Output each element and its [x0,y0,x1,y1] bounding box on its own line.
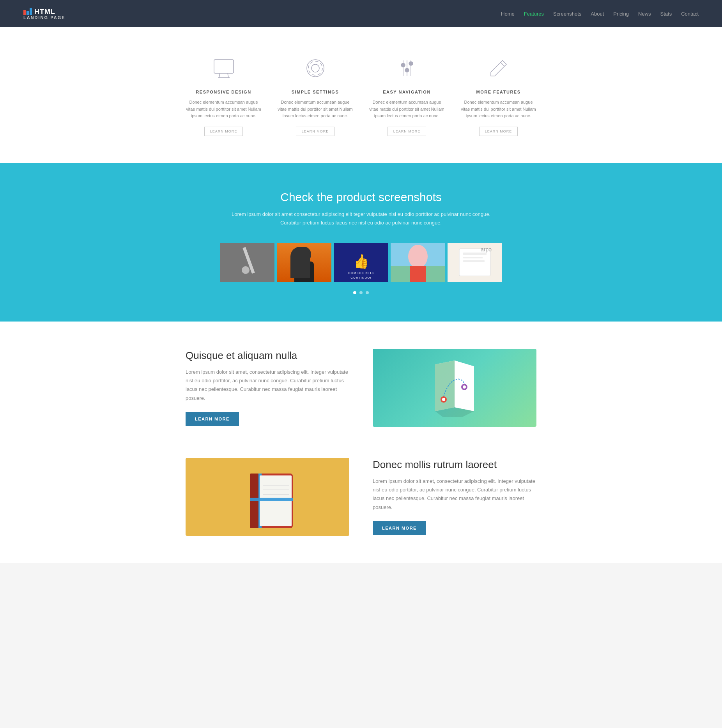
sliders-svg [395,57,419,80]
screenshots-gallery: 👍 COMECE 2013 CURTINDO! [221,243,501,282]
about-desc-2: Lorem ipsum dolor sit amet, consectetur … [373,477,536,511]
pencil-svg [487,57,510,80]
svg-rect-29 [463,260,485,262]
nav-item-home[interactable]: Home [501,10,515,17]
feature-btn-more[interactable]: LEARN MORE [479,127,518,136]
about-section: Quisque et aliquam nulla Lorem ipsum dol… [0,322,722,563]
nav-link-contact[interactable]: Contact [681,11,699,17]
screenshots-desc-line1: Lorem ipsum dolor sit amet consectetur a… [232,211,490,217]
settings-icon [302,55,329,82]
nav-link-pricing[interactable]: Pricing [613,11,629,17]
screenshot-1[interactable] [220,243,274,282]
screenshots-desc-line2: Curabitur pretium luctus lacus nec nisl … [280,220,442,226]
nav-link-home[interactable]: Home [501,11,515,17]
svg-text:CURTINDO!: CURTINDO! [350,276,371,279]
nav-item-screenshots[interactable]: Screenshots [553,10,581,17]
feature-btn-navigation[interactable]: LEARN MORE [388,127,426,136]
screenshot-3[interactable]: 👍 COMECE 2013 CURTINDO! [334,243,388,282]
thumb-3-svg: 👍 COMECE 2013 CURTINDO! [334,243,388,282]
svg-point-38 [463,385,466,389]
svg-point-10 [401,63,405,67]
carousel-dot-2[interactable] [359,291,363,294]
feature-responsive: RESPONSIVE DESIGN Donec elementum accums… [186,55,262,136]
thumb-2-svg [277,243,331,282]
svg-line-1 [219,73,220,78]
feature-title-settings: SIMPLE SETTINGS [277,90,353,94]
screenshots-title: Check the product screenshots [31,191,691,204]
svg-point-11 [405,68,409,72]
svg-text:👍: 👍 [354,253,369,267]
map-visual [373,349,536,427]
map-svg [419,353,490,423]
svg-point-12 [409,62,413,65]
bar-3 [30,8,32,15]
monitor-icon [210,55,237,82]
nav-item-news[interactable]: News [638,10,651,17]
feature-settings: SIMPLE SETTINGS Donec elementum accumsan… [277,55,353,136]
svg-point-6 [307,60,324,77]
brand-subtitle: LANDING PAGE [23,15,65,20]
nav-item-pricing[interactable]: Pricing [613,10,629,17]
feature-title-navigation: EASY NAVIGATION [369,90,445,94]
carousel-dot-3[interactable] [366,291,369,294]
svg-point-36 [442,398,445,401]
svg-rect-28 [463,257,483,258]
svg-text:COMECE 2013: COMECE 2013 [348,271,374,275]
carousel-dot-1[interactable] [353,291,356,294]
nav-link-features[interactable]: Features [524,11,544,17]
brand: HTML LANDING PAGE [23,8,65,20]
svg-text:arpo: arpo [481,246,492,253]
bar-2 [27,11,29,15]
about-btn-2[interactable]: LEARN MORE [373,521,426,535]
feature-desc-settings: Donec elementum accumsan augue vitae mat… [277,99,353,120]
svg-line-13 [501,62,504,66]
wallet-svg [228,458,306,536]
thumb-1-visual [220,243,274,282]
svg-rect-14 [277,243,331,282]
bar-1 [23,10,26,15]
thumb-4-visual [391,243,445,282]
about-row-1: Quisque et aliquam nulla Lorem ipsum dol… [186,349,536,427]
about-row-2: Donec mollis rutrum laoreet Lorem ipsum … [186,458,536,536]
settings-svg [304,57,327,80]
nav-item-features[interactable]: Features [524,10,544,17]
nav-menu: Home Features Screenshots About Pricing … [501,10,699,17]
thumb-5-svg: arpo [448,243,502,282]
svg-rect-27 [463,253,487,255]
nav-item-about[interactable]: About [591,10,604,17]
feature-desc-more: Donec elementum accumsan augue vitae mat… [460,99,536,120]
screenshots-section: Check the product screenshots Lorem ipsu… [0,163,722,322]
svg-rect-24 [410,266,426,282]
about-btn-1[interactable]: LEARN MORE [186,412,239,426]
brand-top: HTML [23,8,65,16]
screenshot-2[interactable] [277,243,331,282]
feature-btn-responsive[interactable]: LEARN MORE [204,127,243,136]
screenshot-4[interactable] [391,243,445,282]
about-image-wallet [186,458,349,536]
nav-item-stats[interactable]: Stats [660,10,672,17]
feature-title-more: MORE FEATURES [460,90,536,94]
about-text-1: Quisque et aliquam nulla Lorem ipsum dol… [186,350,349,426]
feature-desc-navigation: Donec elementum accumsan augue vitae mat… [369,99,445,120]
sliders-icon [393,55,421,82]
nav-link-screenshots[interactable]: Screenshots [553,11,581,17]
about-desc-1: Lorem ipsum dolor sit amet, consectetur … [186,368,349,402]
nav-link-stats[interactable]: Stats [660,11,672,17]
pencil-icon [485,55,512,82]
svg-rect-16 [294,262,314,282]
about-text-2: Donec mollis rutrum laoreet Lorem ipsum … [373,459,536,535]
wallet-visual [186,458,349,536]
screenshots-desc: Lorem ipsum dolor sit amet consectetur a… [31,210,691,227]
feature-navigation: EASY NAVIGATION Donec elementum accumsan… [369,55,445,136]
nav-link-about[interactable]: About [591,11,604,17]
feature-btn-settings[interactable]: LEARN MORE [296,127,335,136]
monitor-svg [212,57,235,80]
brand-name: HTML [34,8,55,16]
thumb-3-visual: 👍 COMECE 2013 CURTINDO! [334,243,388,282]
nav-link-news[interactable]: News [638,11,651,17]
screenshot-5[interactable]: arpo [448,243,502,282]
nav-item-contact[interactable]: Contact [681,10,699,17]
svg-rect-0 [214,60,234,73]
svg-point-15 [297,247,311,262]
svg-point-5 [308,61,322,75]
